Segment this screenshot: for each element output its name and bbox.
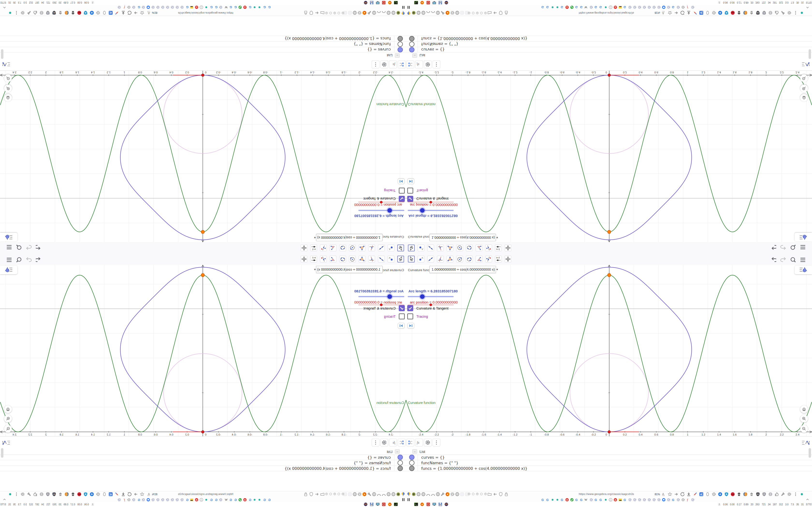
- dot-ring-icon[interactable]: [467, 11, 471, 15]
- algebra-list-style-button[interactable]: [406, 439, 414, 446]
- ring-icon[interactable]: [471, 11, 475, 15]
- G-icon[interactable]: G: [541, 498, 545, 502]
- G-icon[interactable]: G: [594, 5, 598, 9]
- zoom-in-button[interactable]: [4, 84, 12, 92]
- tool-button-transform[interactable]: [485, 244, 492, 251]
- curvature-tangent-checkbox[interactable]: [399, 305, 405, 311]
- kebab-icon[interactable]: [793, 492, 798, 497]
- G-icon[interactable]: G: [229, 498, 233, 502]
- redo-button[interactable]: [779, 256, 786, 263]
- arrow-right-icon[interactable]: [134, 492, 138, 497]
- G-icon[interactable]: G: [599, 498, 603, 502]
- arrow-right-icon[interactable]: [674, 10, 678, 15]
- flower-icon[interactable]: [633, 5, 637, 9]
- yandex-icon[interactable]: Я: [613, 5, 617, 9]
- flower-icon[interactable]: [161, 5, 165, 9]
- G-icon[interactable]: G: [248, 5, 252, 9]
- trash-icon[interactable]: [737, 10, 742, 15]
- teal-dot-icon[interactable]: [204, 498, 208, 502]
- algebra-row[interactable]: funcNames = {" "}: [406, 41, 812, 47]
- flower-icon[interactable]: [151, 498, 155, 502]
- floppy-64-icon[interactable]: 64: [369, 0, 374, 5]
- menu-button[interactable]: [799, 244, 806, 251]
- play-step-button[interactable]: [407, 178, 414, 184]
- tool-button-move[interactable]: [397, 256, 404, 263]
- teal-dot-icon[interactable]: [551, 5, 555, 9]
- terminal-icon[interactable]: [414, 0, 418, 5]
- algebra-stylebar-toggle[interactable]: [801, 61, 811, 68]
- visibility-marble-toggle[interactable]: [409, 42, 414, 47]
- dot-ring-icon[interactable]: [341, 492, 345, 496]
- algebra-kebab-button[interactable]: [372, 61, 379, 68]
- teal-dot-icon[interactable]: [604, 5, 608, 9]
- yandex-icon[interactable]: Я: [243, 5, 247, 9]
- tool-button-slider[interactable]: a=2: [310, 256, 317, 263]
- kebab-icon[interactable]: [14, 10, 19, 15]
- globe-icon[interactable]: [455, 492, 460, 497]
- trash-d-icon[interactable]: D: [58, 10, 63, 15]
- flower-icon[interactable]: [652, 498, 656, 502]
- graphics-stylebar-button[interactable]: [795, 233, 812, 241]
- flower-icon[interactable]: [642, 5, 647, 9]
- firefox-icon[interactable]: [420, 0, 424, 5]
- globe-icon[interactable]: [416, 492, 421, 497]
- G-icon[interactable]: G: [185, 498, 189, 502]
- flower-icon[interactable]: [666, 498, 671, 502]
- globe-icon[interactable]: [421, 10, 426, 15]
- oval-icon[interactable]: [102, 10, 107, 15]
- G-icon[interactable]: G: [262, 5, 266, 9]
- gear-outline-icon[interactable]: [787, 492, 792, 497]
- reload-icon[interactable]: [127, 10, 132, 15]
- translate-blue-icon[interactable]: A: [699, 492, 704, 497]
- flower-icon[interactable]: [175, 498, 179, 502]
- algebra-row[interactable]: funcNames = {" "}: [0, 41, 406, 47]
- flower-icon[interactable]: [170, 5, 174, 9]
- globe-color-icon[interactable]: [64, 10, 69, 15]
- oval-icon[interactable]: [102, 492, 107, 497]
- balloon-icon[interactable]: [406, 492, 411, 497]
- download-icon[interactable]: [686, 492, 691, 497]
- gear-flower-icon[interactable]: [681, 498, 685, 502]
- lock-icon[interactable]: [504, 10, 509, 15]
- wrench-icon[interactable]: [27, 492, 32, 497]
- arc-icon[interactable]: [376, 492, 382, 497]
- flower-icon[interactable]: [657, 5, 661, 9]
- G-icon[interactable]: G: [560, 5, 564, 9]
- globe-icon[interactable]: [372, 492, 376, 497]
- pencil-icon[interactable]: [693, 492, 698, 497]
- reload-icon[interactable]: [127, 492, 132, 497]
- yandex-icon[interactable]: Я: [195, 498, 199, 502]
- monitor-icon[interactable]: [432, 502, 437, 507]
- home-button[interactable]: [4, 405, 12, 413]
- globe-gray-icon[interactable]: [768, 10, 773, 15]
- pencil-icon[interactable]: [693, 10, 698, 15]
- visibility-marble-toggle[interactable]: [398, 36, 403, 41]
- globe-icon[interactable]: [391, 10, 396, 15]
- tool-button-angle[interactable]: α: [329, 256, 337, 263]
- wrench-icon[interactable]: [367, 492, 372, 497]
- red-app-icon[interactable]: [426, 0, 430, 5]
- search-button[interactable]: [16, 244, 23, 251]
- tool-button-special-lines[interactable]: [368, 256, 375, 263]
- arc-icon[interactable]: [430, 10, 436, 15]
- collapse-list-button[interactable]: –: [412, 53, 417, 58]
- flower-icon[interactable]: [132, 5, 136, 9]
- floppy-64-icon[interactable]: 64: [438, 0, 443, 5]
- visibility-marble-toggle[interactable]: [409, 36, 414, 41]
- balloon-icon[interactable]: [401, 10, 406, 15]
- globe-color-icon[interactable]: [64, 492, 69, 497]
- play-step-button[interactable]: [407, 323, 414, 329]
- blue-chat-icon[interactable]: [146, 498, 150, 502]
- red-circle-icon[interactable]: ICE: [730, 10, 735, 15]
- zoom-text-icon[interactable]: 81%: [152, 492, 157, 497]
- tool-button-conic[interactable]: [339, 256, 346, 263]
- redo-button[interactable]: [779, 244, 786, 251]
- collapse-list-button[interactable]: –: [412, 449, 417, 454]
- status-expand-icon[interactable]: [717, 1, 721, 5]
- firefox-icon[interactable]: [388, 502, 392, 507]
- teal-dot-icon[interactable]: [253, 5, 257, 9]
- algebra-row[interactable]: funcs = {1.000000000000 + cos(4.00000000…: [406, 36, 812, 41]
- algebra-row[interactable]: curves = {}: [406, 47, 812, 52]
- arc-length-slider[interactable]: [408, 210, 454, 211]
- arc-icon[interactable]: [426, 10, 430, 15]
